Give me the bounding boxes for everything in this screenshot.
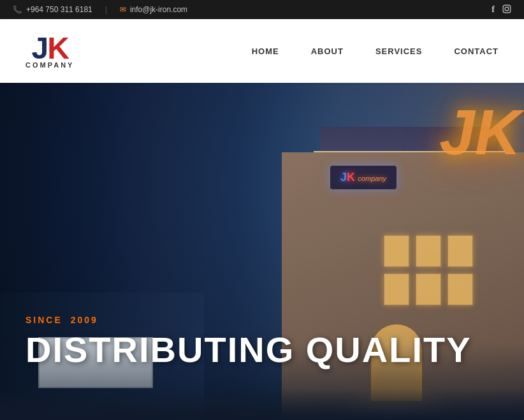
hero-section: JK company JK SINCE 2009 DISTRIBUTING QU… (0, 83, 524, 420)
svg-point-1 (505, 7, 509, 11)
top-bar: 📞 +964 750 311 6181 | ✉ info@jk-iron.com… (0, 0, 524, 19)
window-1 (384, 235, 409, 267)
hero-since: SINCE 2009 (25, 315, 472, 325)
building-windows (384, 235, 473, 305)
divider: | (105, 5, 107, 14)
neon-k: K (347, 171, 355, 184)
svg-rect-0 (503, 5, 511, 13)
email-contact[interactable]: ✉ info@jk-iron.com (120, 5, 187, 14)
email-icon: ✉ (120, 5, 126, 14)
window-6 (448, 273, 473, 305)
neon-company: company (358, 175, 386, 182)
window-5 (416, 273, 441, 305)
since-year: 2009 (71, 315, 98, 325)
window-3 (448, 235, 473, 267)
nav-contact[interactable]: CONTACT (454, 47, 499, 56)
big-sign-jk: JK (439, 96, 521, 169)
instagram-icon[interactable] (502, 4, 511, 15)
logo-text: JK (32, 33, 68, 64)
phone-number: +964 750 311 6181 (26, 5, 92, 14)
logo-j: J (32, 31, 48, 65)
main-nav: HOME ABOUT SERVICES CONTACT (252, 47, 499, 56)
logo-k: K (47, 31, 68, 65)
phone-contact[interactable]: 📞 +964 750 311 6181 (13, 5, 92, 14)
hero-title: DISTRIBUTING QUALITY (25, 331, 472, 369)
neon-sign: JK company (330, 166, 397, 189)
email-address: info@jk-iron.com (130, 5, 187, 14)
logo-subtitle: COMPANY (25, 61, 74, 69)
svg-point-2 (509, 6, 509, 7)
facebook-icon[interactable]: f (491, 4, 495, 15)
social-links: f (491, 4, 511, 15)
nav-services[interactable]: SERVICES (375, 47, 423, 56)
top-bar-left: 📞 +964 750 311 6181 | ✉ info@jk-iron.com (13, 5, 187, 14)
phone-icon: 📞 (13, 5, 22, 14)
header: JK COMPANY HOME ABOUT SERVICES CONTACT (0, 19, 524, 83)
neon-j: J (340, 171, 347, 184)
nav-about[interactable]: ABOUT (311, 47, 344, 56)
since-label: SINCE (25, 315, 62, 325)
window-2 (416, 235, 441, 267)
nav-home[interactable]: HOME (252, 47, 279, 56)
window-4 (384, 273, 409, 305)
hero-content: SINCE 2009 DISTRIBUTING QUALITY (25, 315, 472, 369)
logo[interactable]: JK COMPANY (25, 33, 74, 69)
